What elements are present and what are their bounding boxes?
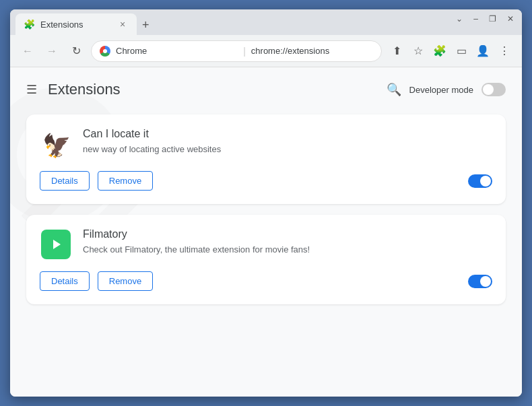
profile-button[interactable]: 👤 [473,42,492,61]
extension-info-filmatory: Filmatory Check out Filmatory, the ultim… [83,228,492,257]
toolbar-actions: ⬆ ☆ 🧩 ▭ 👤 ⋮ [387,42,514,61]
header-right: 🔍 Developer mode [387,82,506,97]
bookmark-button[interactable]: ☆ [409,42,428,61]
extension-card-filmatory: Filmatory Check out Filmatory, the ultim… [26,215,506,304]
new-tab-button[interactable]: + [137,15,155,35]
extensions-button[interactable]: 🧩 [430,42,449,61]
extension-info: Can I locate it new way of locating acti… [83,128,492,156]
extensions-list: 🦅 Can I locate it new way of locating ac… [10,109,522,320]
menu-button[interactable]: ⋮ [495,42,514,61]
developer-mode-toggle[interactable] [481,83,506,96]
extension-top: 🦅 Can I locate it new way of locating ac… [40,128,492,160]
can-i-locate-it-icon: 🦅 [40,128,72,160]
extensions-title-area: ☰ Extensions [26,81,121,98]
sidebar-button[interactable]: ▭ [452,42,471,61]
share-button[interactable]: ⬆ [387,42,406,61]
locate-it-svg: 🦅 [41,129,71,159]
filmatory-toggle[interactable] [468,275,492,288]
extensions-header: ☰ Extensions 🔍 Developer mode [10,67,522,109]
extension-card-can-i-locate-it: 🦅 Can I locate it new way of locating ac… [26,114,506,204]
extension-description: new way of locating active websites [83,143,492,156]
filmatory-remove-button[interactable]: Remove [98,271,153,291]
close-button[interactable]: ✕ [507,15,514,23]
chrome-icon [100,46,110,57]
restore-button[interactable]: ❐ [489,15,496,23]
extensions-page-title: Extensions [48,81,121,98]
developer-mode-label: Developer mode [409,85,473,95]
minimize-button[interactable]: – [473,15,478,23]
omnibox-divider: | [243,46,246,57]
omnibox-url: chrome://extensions [251,46,373,56]
extension-top-filmatory: Filmatory Check out Filmatory, the ultim… [40,228,492,261]
omnibox[interactable]: Chrome | chrome://extensions [91,40,382,62]
refresh-button[interactable]: ↻ [67,42,86,61]
filmatory-description: Check out Filmatory, the ultimate extens… [83,243,492,257]
tab-title: Extensions [40,20,111,30]
filmatory-icon-box [41,230,71,259]
can-i-locate-it-toggle[interactable] [468,174,492,188]
toolbar: ← → ↻ Chrome | chrome://extensions ⬆ ☆ 🧩… [10,35,522,67]
filmatory-details-button[interactable]: Details [40,271,90,291]
active-tab[interactable]: 🧩 Extensions × [15,13,137,35]
back-button[interactable]: ← [18,42,37,61]
browser-window: 🧩 Extensions × + ⌄ – ❐ ✕ ← → ↻ Chrome | … [10,9,522,397]
play-icon [48,237,63,252]
chevron-down-icon[interactable]: ⌄ [456,15,463,23]
tab-favicon: 🧩 [24,19,35,30]
svg-text:🦅: 🦅 [42,132,71,159]
tab-bar: 🧩 Extensions × + [15,9,155,35]
can-i-locate-it-remove-button[interactable]: Remove [98,171,153,191]
search-button[interactable]: 🔍 [387,82,401,97]
omnibox-site: Chrome [116,46,238,56]
forward-button[interactable]: → [42,42,61,61]
filmatory-icon [40,228,72,261]
window-controls: ⌄ – ❐ ✕ [456,15,514,23]
svg-marker-1 [53,240,61,249]
can-i-locate-it-details-button[interactable]: Details [40,171,90,191]
extension-name: Can I locate it [83,128,492,140]
filmatory-name: Filmatory [83,228,492,240]
tab-close-button[interactable]: × [117,18,129,30]
extension-actions: Details Remove [40,171,492,191]
content-area: ☰ Extensions 🔍 Developer mode 🦅 [10,67,522,397]
hamburger-icon[interactable]: ☰ [26,82,37,97]
title-bar: 🧩 Extensions × + ⌄ – ❐ ✕ [10,9,522,35]
filmatory-actions: Details Remove [40,271,492,291]
